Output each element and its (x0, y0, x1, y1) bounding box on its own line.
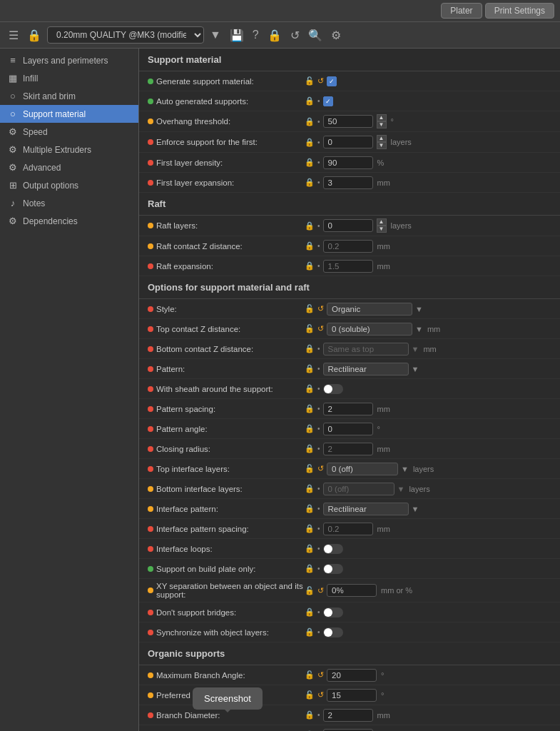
lock-icon[interactable]: 🔒 (305, 524, 315, 533)
sidebar-item-dependencies[interactable]: ⚙ Dependencies (0, 212, 138, 230)
help-icon[interactable]: ? (250, 27, 262, 43)
lock-icon[interactable]: 🔓 (305, 586, 315, 595)
lock-icon[interactable]: 🔒 (305, 344, 315, 353)
sidebar-item-advanced[interactable]: ⚙ Advanced (0, 158, 138, 176)
lock-icon[interactable]: 🔒 (305, 221, 315, 231)
raft-layers-input[interactable]: 0 (323, 219, 373, 232)
lock-icon[interactable]: 🔓 (305, 304, 315, 313)
lock-icon[interactable]: 🔒 (305, 364, 315, 373)
expansion-input[interactable]: 3 (323, 176, 373, 189)
lock-icon[interactable]: 🔒 (305, 96, 315, 106)
sidebar-item-support[interactable]: ○ Support material (0, 105, 138, 123)
search-icon[interactable]: 🔍 (305, 27, 325, 44)
plater-button[interactable]: Plater (441, 3, 482, 19)
dont-support-toggle[interactable] (323, 608, 343, 617)
sidebar-item-infill[interactable]: ▦ Infill (0, 69, 138, 87)
reset-icon[interactable]: ↺ (317, 76, 324, 86)
closing-radius-input[interactable]: 2 (323, 443, 373, 455)
lock-icon[interactable]: 🔒 (305, 404, 315, 413)
lock-icon[interactable]: 🔒 (305, 504, 315, 513)
top-contact-z-dropdown[interactable]: 0 (soluble) (327, 323, 412, 336)
overhang-up[interactable]: ▲ (377, 114, 387, 121)
enforce-down[interactable]: ▼ (377, 142, 387, 149)
top-interface-chevron[interactable]: ▼ (401, 465, 409, 473)
lock-icon[interactable]: 🔒 (305, 710, 315, 720)
interface-loops-toggle[interactable] (323, 544, 343, 554)
lock-icon[interactable]: 🔓 (305, 76, 315, 86)
bottom-interface-dropdown[interactable]: 0 (off) (323, 483, 394, 495)
print-settings-button[interactable]: Print Settings (485, 3, 554, 19)
lock-icon[interactable]: 🔒 (305, 444, 315, 453)
pattern-dropdown[interactable]: Rectilinear (323, 363, 409, 375)
lock2-icon[interactable]: 🔒 (265, 27, 285, 44)
enforce-input[interactable]: 0 (323, 136, 373, 148)
sheath-toggle[interactable] (323, 384, 343, 394)
lock-icon[interactable]: 🔒 (305, 564, 315, 573)
lock-icon[interactable]: 🔓 (305, 670, 315, 680)
lock-icon[interactable]: 🔒 (305, 117, 315, 126)
density-input[interactable]: 90 (323, 156, 373, 169)
reset-icon[interactable]: ↺ (317, 586, 324, 595)
synchronize-toggle[interactable] (323, 627, 343, 637)
reset-icon[interactable]: ↺ (317, 304, 324, 313)
raft-down[interactable]: ▼ (377, 226, 387, 233)
reset-icon[interactable]: ↺ (287, 27, 302, 44)
style-dropdown[interactable]: Organic (327, 303, 412, 316)
overhang-down[interactable]: ▼ (377, 121, 387, 128)
branch-diameter-angle-input[interactable]: 5 (323, 729, 373, 732)
reset-icon[interactable]: ↺ (317, 464, 324, 473)
raft-expansion-input[interactable]: 1.5 (323, 260, 373, 273)
lock-icon[interactable]: 🔒 (305, 544, 315, 553)
lock-icon[interactable]: 🔓 (305, 464, 315, 473)
style-chevron[interactable]: ▼ (415, 305, 423, 313)
lock-icon[interactable]: 🔒 (305, 484, 315, 493)
lock-icon[interactable]: 🔓 (305, 690, 315, 700)
top-contact-chevron[interactable]: ▼ (415, 325, 423, 333)
interface-spacing-input[interactable]: 0.2 (323, 523, 373, 535)
max-branch-input[interactable]: 20 (327, 669, 377, 682)
bottom-contact-z-dropdown[interactable]: Same as top (323, 343, 409, 356)
lock-icon[interactable]: 🔒 (305, 608, 315, 617)
raft-up[interactable]: ▲ (377, 218, 387, 226)
sidebar-item-layers[interactable]: ≡ Layers and perimeters (0, 51, 138, 69)
save-icon[interactable]: 💾 (227, 27, 247, 44)
branch-diameter-input[interactable]: 2 (323, 709, 373, 722)
lock-icon[interactable]: 🔒 (305, 261, 315, 271)
sidebar-item-speed[interactable]: ⚙ Speed (0, 123, 138, 141)
pref-branch-input[interactable]: 15 (327, 689, 377, 702)
xy-separation-input[interactable]: 0% (327, 584, 377, 597)
interface-pattern-chevron[interactable]: ▼ (412, 505, 419, 513)
pattern-angle-input[interactable]: 0 (323, 423, 373, 435)
lock-icon[interactable]: 🔒 (305, 627, 315, 637)
bottom-interface-chevron[interactable]: ▼ (397, 485, 405, 493)
raft-contact-z-input[interactable]: 0.2 (323, 240, 373, 253)
auto-generated-checkbox[interactable] (323, 96, 333, 106)
pattern-chevron[interactable]: ▼ (412, 365, 419, 373)
support-build-plate-toggle[interactable] (323, 564, 343, 574)
reset-icon[interactable]: ↺ (317, 670, 324, 680)
lock-icon[interactable]: 🔒 (305, 158, 315, 167)
lock-icon[interactable]: 🔓 (305, 324, 315, 333)
interface-pattern-dropdown[interactable]: Rectilinear (323, 503, 409, 515)
overhang-input[interactable]: 50 (323, 115, 373, 128)
generate-support-checkbox[interactable] (327, 76, 337, 86)
lock-icon[interactable]: 🔒 (305, 178, 315, 187)
settings-icon[interactable]: ⚙ (328, 27, 344, 44)
lock-icon[interactable]: 🔒 (305, 241, 315, 251)
sidebar-item-skirt[interactable]: ○ Skirt and brim (0, 87, 138, 105)
sidebar-item-notes[interactable]: ♪ Notes (0, 194, 138, 212)
profile-select[interactable]: 0.20mm QUALITY @MK3 (modified) (47, 26, 204, 44)
sidebar-item-extruders[interactable]: ⚙ Multiple Extruders (0, 141, 138, 158)
pattern-spacing-row: Pattern spacing: 🔒 • 2 mm (139, 399, 560, 419)
reset-icon[interactable]: ↺ (317, 324, 324, 333)
lock-icon[interactable]: 🔒 (305, 424, 315, 433)
dropdown-icon[interactable]: ▼ (207, 27, 224, 43)
pattern-spacing-input[interactable]: 2 (323, 403, 373, 415)
top-interface-dropdown[interactable]: 0 (off) (327, 463, 398, 475)
reset-icon[interactable]: ↺ (317, 690, 324, 700)
lock-icon[interactable]: 🔒 (305, 384, 315, 393)
bottom-contact-chevron[interactable]: ▼ (412, 345, 419, 353)
sidebar-item-output[interactable]: ⊞ Output options (0, 176, 138, 194)
enforce-up[interactable]: ▲ (377, 135, 387, 142)
lock-icon[interactable]: 🔒 (305, 138, 315, 147)
